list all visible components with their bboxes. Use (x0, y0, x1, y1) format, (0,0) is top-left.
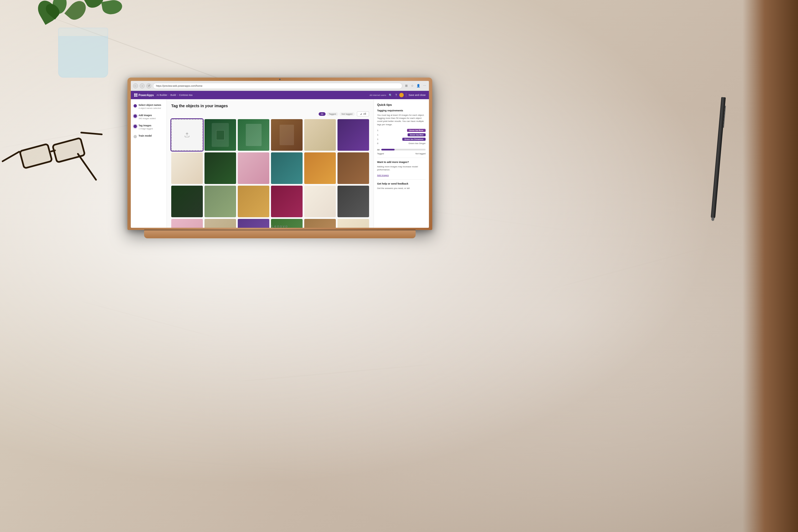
not-tagged-label: Not tagged (415, 152, 425, 155)
lenovo-brand: Lenovo (271, 224, 288, 228)
save-close-button[interactable]: Save and close (408, 94, 425, 96)
grid-image-10[interactable] (271, 152, 303, 184)
grid-image-14[interactable] (205, 186, 236, 217)
step-tag-text: Tag images 1 image tagged (138, 124, 153, 130)
tagged-label: Tagged (377, 152, 384, 155)
step-select-indicator (134, 104, 137, 108)
quick-tips-panel: Quick tips Tagging requirements You must… (374, 99, 429, 228)
help-icon[interactable]: ? (394, 93, 398, 97)
tag-filter-pills: All Tagged Not tagged (319, 112, 355, 116)
step-tag-indicator (134, 125, 137, 128)
powerapps-logo: PowerApps (134, 93, 154, 97)
grid-image-6[interactable] (338, 119, 369, 151)
url-bar[interactable]: https://preview.web.powerapps.com/home (153, 83, 402, 89)
funnel-icon: ⊿ (360, 113, 362, 115)
search-icon[interactable]: 🔍 (388, 93, 393, 97)
upload-image-slot[interactable] (171, 119, 203, 151)
tagging-req-text: You must tag at least 15 images for each… (377, 114, 425, 126)
grid-image-19[interactable] (171, 219, 203, 228)
divider-2 (377, 179, 425, 179)
step-add-text: Add images 340 images added (138, 114, 156, 120)
toolbar-right: All internet users 🔍 ? Save and close (369, 93, 425, 97)
filter-bar: All Tagged Not tagged ⊿ All (171, 111, 369, 116)
grid-image-23[interactable] (304, 219, 336, 228)
grid-image-18[interactable] (338, 186, 369, 217)
grid-image-8[interactable] (205, 152, 236, 184)
step-train-text: Train model (138, 134, 152, 137)
add-images-link[interactable]: Add images (377, 174, 425, 176)
image-grid (171, 119, 369, 228)
laptop-screen: ← → ↺ https://preview.web.powerapps.com/… (131, 81, 429, 228)
tag-pill-not-tagged[interactable]: Not tagged (339, 112, 355, 116)
grid-image-9[interactable] (238, 152, 269, 184)
divider-1 (377, 158, 425, 158)
step-train-indicator (134, 135, 137, 138)
quick-tips-title: Quick tips (377, 103, 425, 107)
tag-badge-cinnamon[interactable]: Green tea Cinnamon (402, 138, 425, 141)
grid-image-3[interactable] (238, 119, 269, 151)
user-avatar[interactable] (399, 93, 404, 97)
grid-image-20[interactable] (205, 219, 236, 228)
tag-pill-tagged[interactable]: Tagged (327, 112, 338, 116)
wood-edge (743, 0, 798, 532)
add-images-text: Adding more images may increase model pe… (377, 165, 425, 171)
grid-image-11[interactable] (304, 152, 336, 184)
filter-button[interactable]: ⊿ All (357, 111, 369, 116)
grid-image-2[interactable] (205, 119, 236, 151)
step-select-text: Select object names 4 object names selec… (138, 103, 161, 110)
browser-chrome: ← → ↺ https://preview.web.powerapps.com/… (131, 81, 429, 91)
tag-label-ginger: Green tea Ginger (408, 142, 425, 145)
settings-icon[interactable]: ⋯ (422, 84, 427, 88)
grid-image-24[interactable] (338, 219, 369, 228)
tag-count-item-rose: 1 Green tea Rose (377, 129, 425, 132)
tag-count-item-cinnamon: 1 Green tea Cinnamon (377, 138, 425, 141)
step-add-indicator (134, 114, 137, 118)
tagged-fill (381, 149, 395, 150)
step-train: Train model (134, 134, 164, 138)
step-tag: Tag images 1 image tagged (134, 124, 164, 130)
tag-badge-mint[interactable]: Green tea Mint (407, 133, 425, 136)
all-tagged-row: All (377, 149, 425, 151)
grid-image-7[interactable] (171, 152, 203, 184)
grid-image-21[interactable] (238, 219, 269, 228)
grid-image-13[interactable] (171, 186, 203, 217)
browser-icons: ⊞ ☆ 👤 ⋯ (404, 84, 427, 88)
laptop-body (144, 230, 416, 238)
help-title: Get help or send feedback (377, 182, 425, 185)
tagged-progress-bar (381, 149, 425, 150)
profile-icon[interactable]: 👤 (416, 84, 421, 88)
laptop: ← → ↺ https://preview.web.powerapps.com/… (128, 78, 432, 238)
refresh-button[interactable]: ↺ (146, 83, 151, 89)
grid-image-4[interactable] (271, 119, 303, 151)
grid-image-15[interactable] (238, 186, 269, 217)
step-select: Select object names 4 object names selec… (134, 103, 164, 110)
star-icon[interactable]: ☆ (410, 84, 415, 88)
grid-image-16[interactable] (271, 186, 303, 217)
water-glass (55, 17, 111, 78)
center-content: Tag the objects in your images All Tagge… (167, 99, 374, 228)
logo-grid (134, 93, 137, 97)
tag-count-item-mint: 1 Green tea Mint (377, 133, 425, 136)
extensions-icon[interactable]: ⊞ (404, 84, 408, 88)
laptop-hinge (144, 229, 416, 230)
main-content: Select object names 4 object names selec… (131, 99, 429, 228)
grid-image-17[interactable] (304, 186, 336, 217)
page-title: Tag the objects in your images (171, 103, 369, 108)
grid-image-12[interactable] (338, 152, 369, 184)
add-images-title: Want to add more images? (377, 161, 425, 164)
tag-count-list: 1 Green tea Rose 1 Green tea Mint 1 Gree… (377, 129, 425, 145)
steps-panel: Select object names 4 object names selec… (131, 99, 167, 228)
help-text: Get the answers you need, or tell (377, 187, 425, 190)
tag-pill-all[interactable]: All (319, 112, 326, 116)
laptop-bezel: ← → ↺ https://preview.web.powerapps.com/… (128, 78, 432, 230)
tag-badge-rose[interactable]: Green tea Rose (407, 129, 425, 132)
grid-image-5[interactable] (304, 119, 336, 151)
tag-count-item-ginger: 0 Green tea Ginger (377, 142, 425, 145)
powerapps-toolbar: PowerApps AI Builder › Build › Contoso t… (131, 91, 429, 99)
step-add: Add images 340 images added (134, 114, 164, 120)
breadcrumb: AI Builder › Build › Contoso tea (156, 94, 193, 96)
back-button[interactable]: ← (133, 83, 138, 89)
forward-button[interactable]: → (140, 83, 145, 89)
tagging-req-title: Tagging requirements (377, 109, 425, 112)
